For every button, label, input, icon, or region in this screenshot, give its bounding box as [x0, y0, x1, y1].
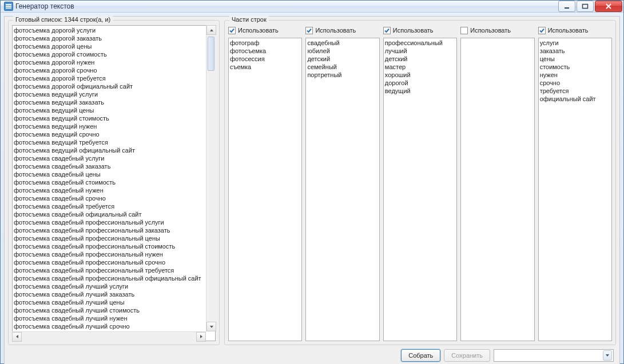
list-item[interactable]: фотосъемка дорогой цены [14, 42, 205, 50]
list-item[interactable]: детский [385, 55, 455, 63]
list-item[interactable]: дорогой [385, 79, 455, 87]
scrollbar-horizontal[interactable] [12, 331, 206, 341]
list-item[interactable]: фотосъемка ведущий срочно [14, 130, 205, 138]
use-checkbox[interactable] [538, 27, 546, 34]
list-item[interactable]: фотосъемка свадебный нужен [14, 186, 205, 194]
parts-list[interactable]: профессиональныйлучшийдетскиймастерхорош… [383, 38, 457, 341]
list-item[interactable]: фотосъемка дорогой нужен [14, 58, 205, 66]
list-item[interactable]: фотосъемка свадебный цены [14, 170, 205, 178]
list-item[interactable]: фотосъемка ведущий услуги [14, 90, 205, 98]
list-item[interactable]: фотосъемка свадебный официальный сайт [14, 210, 205, 218]
list-item[interactable]: фотосъемка свадебный профессиональный ус… [14, 218, 205, 226]
list-item[interactable]: фотосъемка свадебный лучший заказать [14, 290, 205, 298]
list-item[interactable]: фотосъемка свадебный срочно [14, 194, 205, 202]
list-item[interactable]: фотосъемка свадебный профессиональный ст… [14, 242, 205, 250]
list-item[interactable]: стоимость [540, 63, 610, 71]
list-item[interactable]: фотосъемка ведущий заказать [14, 98, 205, 106]
list-item[interactable]: фотосъемка ведущий цены [14, 106, 205, 114]
list-item[interactable]: заказать [540, 47, 610, 55]
list-item[interactable]: фотосъемка свадебный профессиональный тр… [14, 266, 205, 274]
list-item[interactable]: фотосъемка свадебный профессиональный це… [14, 234, 205, 242]
build-button[interactable]: Собрать [401, 349, 440, 362]
list-item[interactable]: фотосъемка свадебный профессиональный ср… [14, 258, 205, 266]
list-item[interactable]: фотосъемка ведущий требуется [14, 138, 205, 146]
list-item[interactable]: профессиональный [385, 39, 455, 47]
list-item[interactable]: мастер [385, 63, 455, 71]
list-item[interactable]: фотосъемка свадебный заказать [14, 162, 205, 170]
list-item[interactable]: детский [307, 55, 377, 63]
list-item[interactable]: съемка [230, 63, 300, 71]
parts-list[interactable] [460, 38, 534, 341]
output-combo[interactable] [494, 349, 614, 362]
use-checkbox[interactable] [228, 27, 236, 34]
parts-column-3: Использоватьпрофессиональныйлучшийдетски… [383, 25, 457, 341]
scrollbar-vertical[interactable] [206, 25, 216, 331]
list-item[interactable]: хороший [385, 71, 455, 79]
list-item[interactable]: лучший [385, 47, 455, 55]
list-item[interactable]: фотосъемка свадебный лучший срочно [14, 322, 205, 330]
close-button[interactable] [595, 1, 622, 12]
list-item[interactable]: портретный [307, 71, 377, 79]
list-item[interactable]: фотограф [230, 39, 300, 47]
list-item[interactable]: нужен [540, 71, 610, 79]
parts-list[interactable]: фотограффотосъемкафотосессиясъемка [228, 38, 302, 341]
list-item[interactable]: фотосъемка свадебный стоимость [14, 178, 205, 186]
list-item[interactable]: официальный сайт [540, 95, 610, 103]
use-checkbox-row[interactable]: Использовать [305, 25, 379, 35]
list-item[interactable]: фотосъемка свадебный лучший нужен [14, 314, 205, 322]
scroll-up-button[interactable] [206, 25, 216, 35]
svg-rect-0 [565, 7, 569, 9]
use-label: Использовать [548, 27, 589, 34]
minimize-button[interactable] [558, 1, 575, 12]
list-item[interactable]: фотосъемка свадебный профессиональный оф… [14, 274, 205, 282]
list-item[interactable]: фотосъемка свадебный профессиональный за… [14, 226, 205, 234]
parts-group: Части строк Использоватьфотограффотосъем… [224, 20, 616, 345]
list-item[interactable]: фотосъемка дорогой требуется [14, 74, 205, 82]
maximize-button[interactable] [577, 1, 594, 12]
use-checkbox-row[interactable]: Использовать [228, 25, 302, 35]
use-label: Использовать [393, 27, 434, 34]
use-checkbox[interactable] [460, 27, 468, 34]
parts-list[interactable]: услугизаказатьценыстоимостьнуженсрочнотр… [538, 38, 612, 341]
use-checkbox-row[interactable]: Использовать [538, 25, 612, 35]
list-item[interactable]: фотосъемка свадебный лучший цены [14, 298, 205, 306]
scroll-left-button[interactable] [12, 332, 22, 342]
scroll-thumb[interactable] [208, 37, 214, 71]
scroll-down-button[interactable] [206, 322, 216, 331]
list-item[interactable]: фотосъемка свадебный лучший стоимость [14, 306, 205, 314]
parts-list[interactable]: свадебныйюбилейдетскийсемейныйпортретный [305, 38, 379, 341]
list-item[interactable]: семейный [307, 63, 377, 71]
list-item[interactable]: фотосъемка ведущий стоимость [14, 114, 205, 122]
use-label: Использовать [470, 27, 511, 34]
list-item[interactable]: ведущий [385, 87, 455, 95]
list-item[interactable]: фотосъемка дорогой заказать [14, 34, 205, 42]
list-item[interactable]: фотосъемка свадебный услуги [14, 154, 205, 162]
list-item[interactable]: фотосъемка свадебный профессиональный ну… [14, 250, 205, 258]
ready-list-group: Готовый список: 1344 строк(а, и) фотосъе… [8, 20, 220, 345]
list-item[interactable]: фотосъемка [230, 47, 300, 55]
list-item[interactable]: цены [540, 55, 610, 63]
list-item[interactable]: свадебный [307, 39, 377, 47]
use-checkbox[interactable] [305, 27, 313, 34]
save-button[interactable]: Сохранить [444, 349, 490, 362]
use-checkbox[interactable] [383, 27, 391, 34]
client-area: Готовый список: 1344 строк(а, и) фотосъе… [4, 16, 620, 364]
list-item[interactable]: юбилей [307, 47, 377, 55]
list-item[interactable]: услуги [540, 39, 610, 47]
list-item[interactable]: фотосъемка ведущий официальный сайт [14, 146, 205, 154]
list-item[interactable]: фотосъемка ведущий нужен [14, 122, 205, 130]
list-item[interactable]: фотосъемка дорогой стоимость [14, 50, 205, 58]
list-item[interactable]: срочно [540, 79, 610, 87]
list-item[interactable]: фотосъемка свадебный лучший услуги [14, 282, 205, 290]
list-item[interactable]: фотосъемка дорогой услуги [14, 26, 205, 34]
list-item[interactable]: фотосессия [230, 55, 300, 63]
titlebar[interactable]: Генератор текстов [1, 1, 623, 13]
list-item[interactable]: требуется [540, 87, 610, 95]
use-checkbox-row[interactable]: Использовать [460, 25, 534, 35]
list-item[interactable]: фотосъемка дорогой срочно [14, 66, 205, 74]
list-item[interactable]: фотосъемка дорогой официальный сайт [14, 82, 205, 90]
scroll-right-button[interactable] [196, 332, 206, 342]
use-checkbox-row[interactable]: Использовать [383, 25, 457, 35]
list-item[interactable]: фотосъемка свадебный требуется [14, 202, 205, 210]
ready-list[interactable]: фотосъемка дорогой услугифотосъемка доро… [12, 25, 216, 341]
